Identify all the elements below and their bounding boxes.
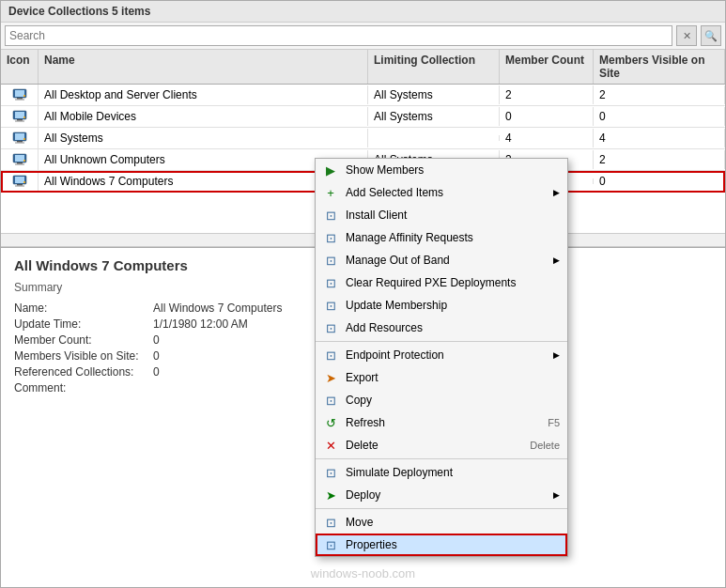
context-menu-item-endpoint[interactable]: ⊡Endpoint Protection▶	[316, 344, 567, 366]
context-item-label: Delete	[346, 439, 378, 452]
svg-point-19	[23, 160, 25, 162]
context-menu-item-copy[interactable]: ⊡Copy	[316, 389, 567, 411]
svg-rect-1	[15, 90, 24, 97]
row-visible: 0	[594, 172, 725, 191]
submenu-arrow-icon: ▶	[553, 350, 560, 360]
row-member-count: 2	[500, 85, 594, 104]
search-clear-button[interactable]: ✕	[676, 25, 697, 46]
search-bar: ✕ 🔍	[1, 23, 725, 50]
context-menu-item-add-selected[interactable]: +Add Selected Items▶	[316, 181, 567, 204]
context-menu-separator	[316, 341, 567, 342]
table-header: Icon Name Limiting Collection Member Cou…	[1, 50, 725, 85]
col-header-name: Name	[39, 50, 368, 84]
add-selected-icon: +	[323, 185, 338, 200]
context-menu-item-manage-affinity[interactable]: ⊡Manage Affinity Requests	[316, 226, 567, 249]
search-input[interactable]	[5, 25, 672, 46]
context-menu-item-properties[interactable]: ⊡Properties	[316, 534, 567, 556]
svg-rect-8	[15, 121, 24, 122]
row-name: All Mobile Devices	[39, 107, 368, 126]
svg-rect-18	[15, 164, 24, 165]
manage-affinity-icon: ⊡	[323, 230, 338, 245]
context-item-label: Simulate Deployment	[346, 466, 453, 479]
context-menu-item-install-client[interactable]: ⊡Install Client	[316, 204, 567, 226]
context-menu: ▶Show Members+Add Selected Items▶⊡Instal…	[315, 158, 568, 557]
add-resources-icon: ⊡	[323, 320, 338, 335]
deploy-icon: ➤	[323, 487, 338, 503]
row-name: All Systems	[39, 129, 368, 147]
context-item-label: Clear Required PXE Deployments	[346, 276, 516, 289]
svg-rect-17	[17, 162, 23, 164]
row-visible: 0	[594, 107, 725, 126]
context-menu-item-deploy[interactable]: ➤Deploy▶	[316, 484, 567, 506]
context-menu-item-export[interactable]: ➤Export	[316, 366, 567, 389]
context-item-label: Endpoint Protection	[346, 348, 444, 362]
context-item-label: Refresh	[346, 416, 385, 429]
detail-field-label: Referenced Collections:	[14, 365, 146, 379]
submenu-arrow-icon: ▶	[553, 490, 560, 500]
svg-rect-2	[17, 98, 23, 100]
context-item-label: Add Resources	[346, 321, 423, 334]
svg-rect-7	[17, 119, 23, 121]
show-members-icon: ▶	[323, 162, 338, 178]
device-icon	[1, 106, 39, 127]
detail-field-label: Name:	[14, 302, 146, 315]
context-menu-item-clear-pxe[interactable]: ⊡Clear Required PXE Deployments	[316, 271, 567, 294]
context-menu-item-simulate[interactable]: ⊡Simulate Deployment	[316, 461, 567, 484]
device-icon	[1, 149, 39, 170]
table-row[interactable]: All Systems44	[1, 128, 725, 149]
row-member-count: 4	[500, 129, 594, 147]
row-member-count: 0	[500, 107, 594, 126]
col-header-limiting: Limiting Collection	[368, 50, 500, 84]
svg-rect-13	[15, 143, 24, 144]
context-item-label: Copy	[346, 394, 372, 407]
svg-point-4	[23, 95, 25, 97]
context-item-shortcut: Delete	[530, 440, 560, 451]
detail-field-label: Member Count:	[14, 333, 146, 347]
svg-rect-11	[15, 133, 24, 140]
row-visible: 4	[594, 129, 725, 147]
context-menu-item-update-membership[interactable]: ⊡Update Membership	[316, 294, 567, 317]
context-item-label: Install Client	[346, 209, 407, 222]
svg-point-9	[23, 116, 25, 118]
search-button[interactable]: 🔍	[701, 25, 721, 46]
properties-icon: ⊡	[323, 537, 338, 552]
detail-field-label: Update Time:	[14, 317, 146, 331]
copy-icon: ⊡	[323, 393, 338, 408]
context-menu-item-delete[interactable]: ✕DeleteDelete	[316, 434, 567, 456]
svg-rect-22	[17, 184, 23, 186]
svg-rect-6	[15, 112, 24, 118]
svg-point-24	[23, 181, 25, 183]
context-item-label: Manage Out of Band	[346, 254, 450, 267]
context-item-label: Show Members	[346, 163, 424, 177]
table-row[interactable]: All Desktop and Server ClientsAll System…	[1, 85, 725, 106]
context-menu-item-move[interactable]: ⊡Move	[316, 511, 567, 534]
detail-field-label: Comment:	[14, 381, 146, 395]
context-item-label: Deploy	[346, 488, 380, 502]
svg-rect-21	[15, 177, 24, 183]
table-row[interactable]: All Mobile DevicesAll Systems00	[1, 106, 725, 128]
context-item-label: Manage Affinity Requests	[346, 231, 473, 244]
context-menu-item-manage-oob[interactable]: ⊡Manage Out of Band▶	[316, 249, 567, 271]
context-menu-item-add-resources[interactable]: ⊡Add Resources	[316, 317, 567, 339]
col-header-member: Member Count	[500, 50, 594, 84]
move-icon: ⊡	[323, 515, 338, 530]
row-limiting: All Systems	[368, 85, 500, 104]
export-icon: ➤	[323, 370, 338, 385]
row-limiting	[368, 135, 500, 141]
svg-rect-16	[15, 155, 24, 162]
endpoint-icon: ⊡	[323, 348, 338, 363]
context-menu-item-refresh[interactable]: ↺RefreshF5	[316, 411, 567, 434]
device-icon	[1, 171, 39, 192]
submenu-arrow-icon: ▶	[553, 188, 560, 197]
detail-field-label: Members Visible on Site:	[14, 349, 146, 363]
col-header-icon: Icon	[1, 50, 39, 84]
svg-rect-3	[15, 100, 24, 101]
row-visible: 2	[594, 85, 725, 104]
device-icon	[1, 85, 39, 105]
refresh-icon: ↺	[323, 415, 338, 430]
manage-oob-icon: ⊡	[323, 253, 338, 268]
delete-icon: ✕	[323, 438, 338, 453]
context-menu-separator	[316, 508, 567, 509]
context-menu-separator	[316, 458, 567, 459]
context-menu-item-show-members[interactable]: ▶Show Members	[316, 159, 567, 181]
